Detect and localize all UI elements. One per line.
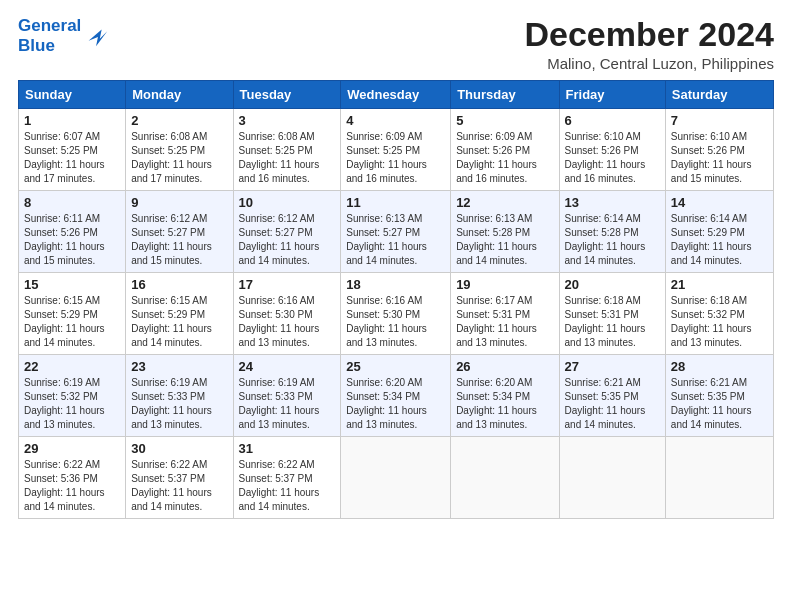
svg-marker-0 <box>89 29 108 46</box>
day-number: 13 <box>565 195 660 210</box>
week-row-2: 8Sunrise: 6:11 AMSunset: 5:26 PMDaylight… <box>19 191 774 273</box>
day-number: 18 <box>346 277 445 292</box>
header-thursday: Thursday <box>451 81 559 109</box>
table-row: 28Sunrise: 6:21 AMSunset: 5:35 PMDayligh… <box>665 355 773 437</box>
sunrise: Sunrise: 6:08 AM <box>239 131 315 142</box>
sunrise: Sunrise: 6:18 AM <box>671 295 747 306</box>
sunrise: Sunrise: 6:08 AM <box>131 131 207 142</box>
table-row: 20Sunrise: 6:18 AMSunset: 5:31 PMDayligh… <box>559 273 665 355</box>
table-row <box>451 437 559 519</box>
day-info: Sunrise: 6:22 AMSunset: 5:37 PMDaylight:… <box>239 458 336 514</box>
table-row: 11Sunrise: 6:13 AMSunset: 5:27 PMDayligh… <box>341 191 451 273</box>
daylight: Daylight: 11 hours and 14 minutes. <box>671 405 752 430</box>
day-number: 12 <box>456 195 553 210</box>
sunset: Sunset: 5:27 PM <box>346 227 420 238</box>
day-info: Sunrise: 6:21 AMSunset: 5:35 PMDaylight:… <box>565 376 660 432</box>
sunset: Sunset: 5:28 PM <box>456 227 530 238</box>
page: General Blue December 2024 Malino, Centr… <box>0 0 792 529</box>
daylight: Daylight: 11 hours and 15 minutes. <box>131 241 212 266</box>
daylight: Daylight: 11 hours and 14 minutes. <box>671 241 752 266</box>
sunrise: Sunrise: 6:16 AM <box>346 295 422 306</box>
sunrise: Sunrise: 6:12 AM <box>131 213 207 224</box>
title-block: December 2024 Malino, Central Luzon, Phi… <box>524 16 774 72</box>
daylight: Daylight: 11 hours and 14 minutes. <box>239 241 320 266</box>
sunrise: Sunrise: 6:22 AM <box>239 459 315 470</box>
table-row: 21Sunrise: 6:18 AMSunset: 5:32 PMDayligh… <box>665 273 773 355</box>
daylight: Daylight: 11 hours and 14 minutes. <box>346 241 427 266</box>
calendar-table: Sunday Monday Tuesday Wednesday Thursday… <box>18 80 774 519</box>
sunset: Sunset: 5:30 PM <box>239 309 313 320</box>
day-info: Sunrise: 6:09 AMSunset: 5:26 PMDaylight:… <box>456 130 553 186</box>
day-number: 20 <box>565 277 660 292</box>
sunrise: Sunrise: 6:19 AM <box>131 377 207 388</box>
sunset: Sunset: 5:30 PM <box>346 309 420 320</box>
daylight: Daylight: 11 hours and 16 minutes. <box>456 159 537 184</box>
sunset: Sunset: 5:33 PM <box>131 391 205 402</box>
sunset: Sunset: 5:29 PM <box>131 309 205 320</box>
sunrise: Sunrise: 6:22 AM <box>24 459 100 470</box>
sunrise: Sunrise: 6:19 AM <box>239 377 315 388</box>
day-info: Sunrise: 6:07 AMSunset: 5:25 PMDaylight:… <box>24 130 120 186</box>
table-row: 29Sunrise: 6:22 AMSunset: 5:36 PMDayligh… <box>19 437 126 519</box>
table-row: 30Sunrise: 6:22 AMSunset: 5:37 PMDayligh… <box>126 437 233 519</box>
day-info: Sunrise: 6:12 AMSunset: 5:27 PMDaylight:… <box>131 212 227 268</box>
day-info: Sunrise: 6:10 AMSunset: 5:26 PMDaylight:… <box>565 130 660 186</box>
logo: General Blue <box>18 16 111 55</box>
daylight: Daylight: 11 hours and 13 minutes. <box>239 405 320 430</box>
sunset: Sunset: 5:37 PM <box>239 473 313 484</box>
day-number: 26 <box>456 359 553 374</box>
logo-icon <box>83 22 111 50</box>
sunrise: Sunrise: 6:14 AM <box>671 213 747 224</box>
day-number: 6 <box>565 113 660 128</box>
table-row: 26Sunrise: 6:20 AMSunset: 5:34 PMDayligh… <box>451 355 559 437</box>
sunset: Sunset: 5:31 PM <box>565 309 639 320</box>
table-row: 4Sunrise: 6:09 AMSunset: 5:25 PMDaylight… <box>341 109 451 191</box>
day-number: 21 <box>671 277 768 292</box>
table-row: 5Sunrise: 6:09 AMSunset: 5:26 PMDaylight… <box>451 109 559 191</box>
day-number: 25 <box>346 359 445 374</box>
daylight: Daylight: 11 hours and 16 minutes. <box>346 159 427 184</box>
table-row: 13Sunrise: 6:14 AMSunset: 5:28 PMDayligh… <box>559 191 665 273</box>
day-number: 8 <box>24 195 120 210</box>
table-row: 27Sunrise: 6:21 AMSunset: 5:35 PMDayligh… <box>559 355 665 437</box>
header-wednesday: Wednesday <box>341 81 451 109</box>
day-number: 9 <box>131 195 227 210</box>
table-row: 22Sunrise: 6:19 AMSunset: 5:32 PMDayligh… <box>19 355 126 437</box>
sunrise: Sunrise: 6:10 AM <box>565 131 641 142</box>
table-row: 17Sunrise: 6:16 AMSunset: 5:30 PMDayligh… <box>233 273 341 355</box>
header: General Blue December 2024 Malino, Centr… <box>18 16 774 72</box>
day-number: 29 <box>24 441 120 456</box>
day-info: Sunrise: 6:22 AMSunset: 5:36 PMDaylight:… <box>24 458 120 514</box>
daylight: Daylight: 11 hours and 17 minutes. <box>131 159 212 184</box>
table-row: 25Sunrise: 6:20 AMSunset: 5:34 PMDayligh… <box>341 355 451 437</box>
day-number: 3 <box>239 113 336 128</box>
sunset: Sunset: 5:29 PM <box>671 227 745 238</box>
table-row: 1Sunrise: 6:07 AMSunset: 5:25 PMDaylight… <box>19 109 126 191</box>
sunrise: Sunrise: 6:20 AM <box>346 377 422 388</box>
day-info: Sunrise: 6:14 AMSunset: 5:29 PMDaylight:… <box>671 212 768 268</box>
daylight: Daylight: 11 hours and 15 minutes. <box>671 159 752 184</box>
location-title: Malino, Central Luzon, Philippines <box>524 55 774 72</box>
daylight: Daylight: 11 hours and 13 minutes. <box>346 323 427 348</box>
sunrise: Sunrise: 6:17 AM <box>456 295 532 306</box>
day-number: 27 <box>565 359 660 374</box>
daylight: Daylight: 11 hours and 16 minutes. <box>239 159 320 184</box>
sunset: Sunset: 5:26 PM <box>24 227 98 238</box>
table-row: 24Sunrise: 6:19 AMSunset: 5:33 PMDayligh… <box>233 355 341 437</box>
daylight: Daylight: 11 hours and 14 minutes. <box>131 487 212 512</box>
daylight: Daylight: 11 hours and 14 minutes. <box>24 487 105 512</box>
sunset: Sunset: 5:25 PM <box>131 145 205 156</box>
day-number: 23 <box>131 359 227 374</box>
sunrise: Sunrise: 6:13 AM <box>456 213 532 224</box>
day-info: Sunrise: 6:18 AMSunset: 5:31 PMDaylight:… <box>565 294 660 350</box>
header-friday: Friday <box>559 81 665 109</box>
day-info: Sunrise: 6:22 AMSunset: 5:37 PMDaylight:… <box>131 458 227 514</box>
day-info: Sunrise: 6:11 AMSunset: 5:26 PMDaylight:… <box>24 212 120 268</box>
sunrise: Sunrise: 6:10 AM <box>671 131 747 142</box>
sunrise: Sunrise: 6:18 AM <box>565 295 641 306</box>
day-info: Sunrise: 6:13 AMSunset: 5:27 PMDaylight:… <box>346 212 445 268</box>
day-info: Sunrise: 6:16 AMSunset: 5:30 PMDaylight:… <box>346 294 445 350</box>
sunset: Sunset: 5:33 PM <box>239 391 313 402</box>
daylight: Daylight: 11 hours and 14 minutes. <box>239 487 320 512</box>
daylight: Daylight: 11 hours and 14 minutes. <box>456 241 537 266</box>
